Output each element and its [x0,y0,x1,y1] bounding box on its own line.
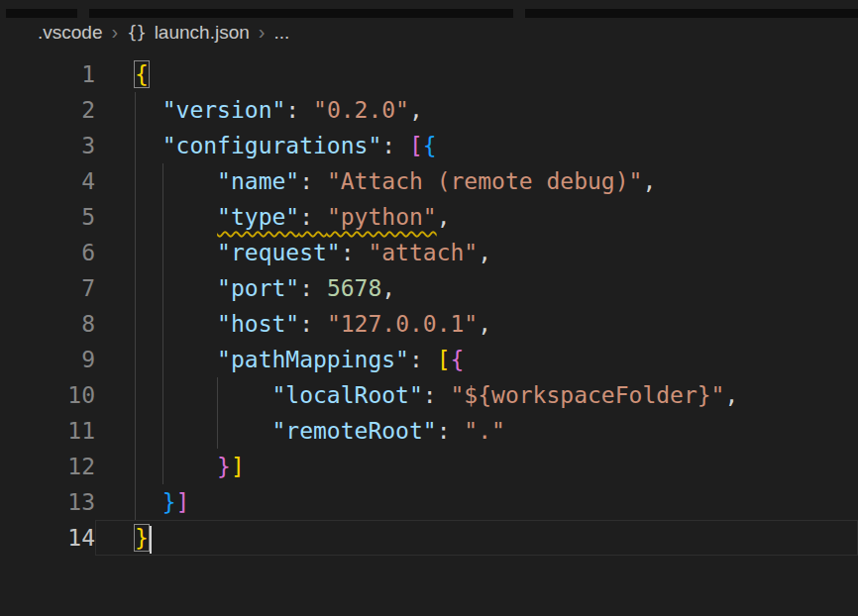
line-number[interactable]: 9 [0,342,95,377]
indent-guide [135,342,136,377]
code-line[interactable]: 7 "port": 5678, [0,270,858,306]
code-line[interactable]: 10 "localRoot": "${workspaceFolder}", [0,377,858,413]
indent-guide [135,306,136,342]
code-line[interactable]: 8 "host": "127.0.0.1", [0,306,858,342]
code-text[interactable]: "request": "attach", [95,235,858,270]
code-line[interactable]: 2 "version": "0.2.0", [0,92,858,128]
code-token: "port" [217,275,299,301]
indent-guide [135,484,136,520]
tab-separator [513,9,525,18]
line-number[interactable]: 5 [0,199,95,235]
line-number[interactable]: 4 [0,163,95,199]
code-line[interactable]: 5 "type": "python", [0,199,858,235]
breadcrumb-file[interactable]: launch.json [155,22,250,44]
code-text[interactable]: } [95,520,858,556]
indent-guide [162,342,163,377]
code-text[interactable]: "remoteRoot": "." [95,413,858,449]
indent-guide [135,163,136,199]
indent-guide [162,449,163,484]
code-token: } [217,454,231,479]
code-token: : [285,97,313,123]
code-token: : [423,382,451,408]
code-token: , [724,382,738,408]
line-number[interactable]: 8 [0,306,95,342]
line-number[interactable]: 14 [0,520,95,556]
code-text[interactable]: }] [95,449,858,484]
code-text[interactable]: "host": "127.0.0.1", [95,306,858,342]
code-text[interactable]: "pathMappings": [{ [95,342,858,377]
code-token: , [642,168,656,194]
code-token: "version" [162,97,286,123]
code-text[interactable]: { [95,56,858,92]
code-text[interactable]: "port": 5678, [95,270,858,306]
code-token: : [341,240,369,265]
code-line[interactable]: 14} [0,520,858,556]
code-token: "0.2.0" [313,97,409,123]
indent-guide [135,235,136,270]
code-token: , [409,97,423,123]
line-number[interactable]: 12 [0,449,95,484]
line-number[interactable]: 11 [0,413,95,449]
code-text[interactable]: "localRoot": "${workspaceFolder}", [95,377,858,413]
line-number[interactable]: 7 [0,270,95,306]
code-token: , [381,275,395,301]
indent-guide [217,377,218,413]
code-text[interactable]: "version": "0.2.0", [95,92,858,128]
line-number[interactable]: 1 [0,56,95,92]
code-token: , [478,311,491,337]
code-token: : [299,275,327,301]
breadcrumb-symbol-ellipsis[interactable]: ... [273,22,289,44]
line-number[interactable]: 2 [0,92,95,128]
line-number[interactable]: 13 [0,484,95,520]
indent-guide [162,270,163,306]
chevron-right-icon: › [111,21,118,44]
code-token: "request" [217,240,341,265]
code-line[interactable]: 1{ [0,56,858,92]
tab-bar-edge [0,9,858,18]
code-line[interactable]: 13 }] [0,484,858,520]
code-token: "python" [327,204,437,230]
line-number[interactable]: 3 [0,128,95,163]
code-token: "remoteRoot" [271,418,436,444]
code-token: "host" [217,311,299,337]
tab-separator [77,9,89,18]
matched-bracket: } [135,525,149,551]
line-number[interactable]: 6 [0,235,95,270]
code-token: "." [464,418,505,444]
code-token: : [299,204,327,230]
code-text[interactable]: }] [95,484,858,520]
code-token: , [478,240,491,265]
breadcrumb-folder[interactable]: .vscode [38,22,102,44]
code-token: : [381,133,409,158]
code-text[interactable]: "configurations": [{ [95,128,858,163]
code-text[interactable]: "type": "python", [95,199,858,235]
code-token: { [423,133,437,158]
code-line[interactable]: 11 "remoteRoot": "." [0,413,858,449]
code-token: [ [409,133,423,158]
code-token: , [437,204,451,230]
code-token: ] [176,489,190,515]
code-token: 5678 [327,275,381,301]
indent-guide [135,413,136,449]
code-line[interactable]: 9 "pathMappings": [{ [0,342,858,377]
indent-guide [135,449,136,484]
code-line[interactable]: 3 "configurations": [{ [0,128,858,163]
tab-separator [0,9,6,18]
indent-guide [162,413,163,449]
code-text[interactable]: "name": "Attach (remote debug)", [95,163,858,199]
line-number[interactable]: 10 [0,377,95,413]
code-token: "localRoot" [271,382,422,408]
indent-guide [135,270,136,306]
indent-guide [162,163,163,199]
indent-guide [135,128,136,163]
code-token: "attach" [368,240,478,265]
code-line[interactable]: 12 }] [0,449,858,484]
code-token: "name" [217,168,299,194]
code-token: : [437,418,465,444]
indent-guide [162,306,163,342]
chevron-right-icon: › [259,21,266,44]
code-token: "Attach (remote debug)" [327,168,643,194]
code-line[interactable]: 6 "request": "attach", [0,235,858,270]
code-line[interactable]: 4 "name": "Attach (remote debug)", [0,163,858,199]
code-token: "${workspaceFolder}" [451,382,725,408]
